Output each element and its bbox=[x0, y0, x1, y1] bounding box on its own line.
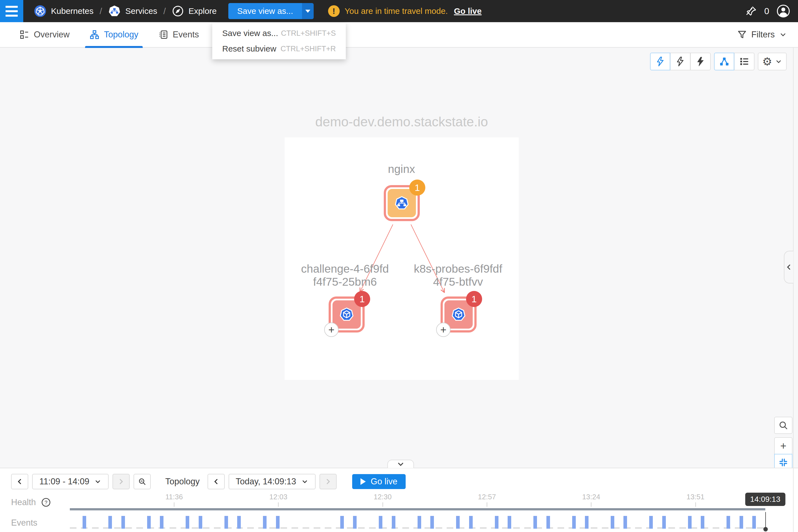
node-k8s-probes-pod[interactable]: 1 + bbox=[440, 297, 477, 332]
time-travel-banner: ! You are in time travel mode. Go live bbox=[328, 5, 481, 17]
node-badge-count[interactable]: 1 bbox=[354, 291, 370, 307]
event-bar[interactable] bbox=[340, 516, 344, 529]
event-bar[interactable] bbox=[263, 516, 267, 529]
time-tick: 12:03 bbox=[269, 493, 287, 507]
event-bar[interactable] bbox=[572, 516, 576, 529]
canvas-search-button[interactable] bbox=[774, 417, 793, 434]
timeline-track[interactable]: 11:3612:0312:3012:5713:2413:51 14:09:13 bbox=[70, 493, 798, 531]
time-selector[interactable]: Today, 14:09:13 bbox=[229, 474, 316, 489]
fit-to-screen-button[interactable] bbox=[774, 454, 793, 468]
event-bar[interactable] bbox=[495, 516, 498, 529]
event-bar[interactable] bbox=[121, 516, 125, 529]
breadcrumb-kubernetes[interactable]: Kubernetes bbox=[34, 5, 93, 17]
settings-button[interactable]: ⚙ bbox=[758, 53, 787, 70]
event-bar[interactable] bbox=[740, 516, 743, 529]
time-step-forward-button[interactable] bbox=[320, 474, 337, 489]
event-filter-all-button[interactable] bbox=[650, 53, 670, 70]
breadcrumb-explore[interactable]: Explore bbox=[172, 5, 217, 17]
go-live-button[interactable]: Go live bbox=[352, 474, 406, 489]
event-bar[interactable] bbox=[624, 516, 627, 529]
event-bar[interactable] bbox=[688, 516, 691, 529]
event-filter-some-button[interactable] bbox=[670, 53, 690, 70]
breadcrumb-label: Explore bbox=[188, 6, 217, 16]
save-view-as-split-button[interactable]: Save view as... bbox=[228, 3, 314, 19]
go-live-link[interactable]: Go live bbox=[454, 6, 481, 16]
event-bar[interactable] bbox=[392, 516, 395, 529]
time-step-back-button[interactable] bbox=[208, 474, 225, 489]
graph-view-button[interactable] bbox=[714, 53, 734, 70]
event-bar[interactable] bbox=[611, 516, 614, 529]
event-filter-none-button[interactable] bbox=[690, 53, 711, 70]
menu-item-shortcut: CTRL+SHIFT+R bbox=[280, 44, 336, 53]
node-label-nginx: nginx bbox=[360, 163, 443, 176]
menu-item-save-view-as[interactable]: Save view as... CTRL+SHIFT+S bbox=[212, 25, 346, 41]
time-range-selector[interactable]: 11:09 - 14:09 bbox=[32, 474, 109, 489]
event-bar[interactable] bbox=[199, 516, 202, 529]
timeline-zoom-out-button[interactable] bbox=[134, 474, 151, 489]
event-bar[interactable] bbox=[546, 516, 550, 529]
event-bar[interactable] bbox=[82, 516, 86, 529]
tab-overview[interactable]: Overview bbox=[17, 22, 72, 48]
hamburger-menu-button[interactable] bbox=[0, 0, 23, 22]
pin-count: 0 bbox=[764, 6, 769, 16]
health-bar[interactable] bbox=[70, 508, 765, 510]
expand-node-button[interactable]: + bbox=[436, 323, 451, 337]
node-badge-count[interactable]: 1 bbox=[409, 179, 425, 196]
event-bar[interactable] bbox=[379, 516, 382, 529]
event-bar[interactable] bbox=[701, 516, 704, 529]
event-bar[interactable] bbox=[726, 516, 730, 529]
node-label-challenge: challenge-4-6f9fdf4f75-25bm6 bbox=[298, 262, 392, 288]
range-next-button[interactable] bbox=[113, 474, 130, 489]
play-icon bbox=[360, 478, 366, 485]
list-view-button[interactable] bbox=[734, 53, 755, 70]
node-challenge-pod[interactable]: 1 + bbox=[329, 297, 365, 332]
expand-right-panel-handle[interactable] bbox=[784, 251, 793, 283]
event-bar[interactable] bbox=[186, 516, 189, 529]
event-bar[interactable] bbox=[430, 516, 434, 529]
zoom-in-icon: + bbox=[780, 440, 786, 452]
event-bar[interactable] bbox=[533, 516, 537, 529]
event-bar[interactable] bbox=[662, 516, 666, 529]
save-view-as-button[interactable]: Save view as... bbox=[228, 3, 302, 19]
event-bar[interactable] bbox=[456, 516, 460, 529]
breadcrumb-label: Kubernetes bbox=[51, 6, 93, 16]
event-bar[interactable] bbox=[108, 516, 112, 529]
tab-label: Overview bbox=[34, 30, 70, 40]
topology-canvas[interactable]: ⚙ demo-dev.demo.stackstate.io nginx 1 ch… bbox=[0, 48, 798, 468]
filter-funnel-icon bbox=[737, 30, 747, 40]
pin-icon[interactable] bbox=[745, 5, 757, 17]
tab-topology[interactable]: Topology bbox=[87, 22, 141, 48]
event-bar[interactable] bbox=[353, 516, 357, 529]
event-bar[interactable] bbox=[160, 516, 164, 529]
event-bar[interactable] bbox=[418, 516, 421, 529]
event-bar[interactable] bbox=[237, 516, 241, 529]
collapse-timeline-handle[interactable] bbox=[387, 460, 414, 468]
filters-button[interactable]: Filters bbox=[737, 30, 787, 40]
breadcrumb-services[interactable]: Services bbox=[108, 5, 157, 17]
tab-events[interactable]: Events bbox=[155, 22, 202, 48]
events-area[interactable] bbox=[70, 512, 765, 529]
event-bar[interactable] bbox=[147, 516, 151, 529]
zoom-in-button[interactable]: + bbox=[774, 437, 793, 454]
event-bar[interactable] bbox=[752, 516, 756, 529]
event-bar[interactable] bbox=[276, 516, 280, 529]
event-bar[interactable] bbox=[508, 516, 511, 529]
chevron-left-icon bbox=[785, 264, 793, 271]
chevron-left-icon bbox=[212, 478, 220, 485]
expand-node-button[interactable]: + bbox=[324, 323, 339, 337]
event-bar[interactable] bbox=[585, 516, 589, 529]
user-avatar-icon[interactable] bbox=[776, 4, 790, 18]
event-bar[interactable] bbox=[649, 516, 653, 529]
save-view-as-dropdown-toggle[interactable] bbox=[302, 3, 314, 19]
health-help-icon[interactable]: ? bbox=[41, 497, 51, 507]
lightning-outline-blue-icon bbox=[655, 56, 666, 67]
node-nginx[interactable]: 1 bbox=[384, 185, 420, 221]
current-time-marker[interactable] bbox=[765, 512, 766, 529]
range-previous-button[interactable] bbox=[11, 474, 28, 489]
event-bar[interactable] bbox=[225, 516, 228, 529]
node-badge-count[interactable]: 1 bbox=[466, 291, 482, 307]
menu-item-reset-subview[interactable]: Reset subview CTRL+SHIFT+R bbox=[212, 41, 346, 57]
health-label: Health bbox=[11, 497, 36, 507]
event-bar[interactable] bbox=[469, 516, 473, 529]
events-icon bbox=[158, 30, 168, 40]
